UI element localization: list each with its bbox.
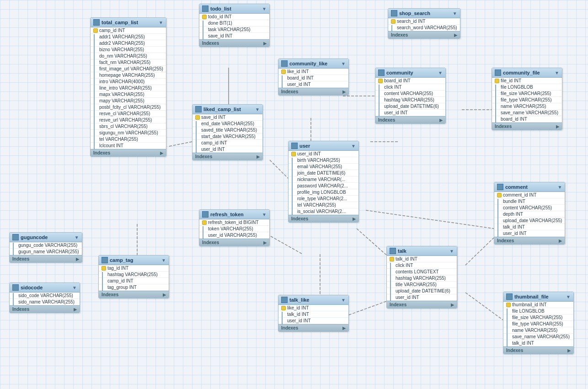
table-header-comment[interactable]: comment▼ (494, 182, 565, 192)
table-name-shop_search: shop_search (399, 11, 430, 16)
field-text: save_name VARCHAR(255) (501, 110, 558, 115)
table-header-guguncode[interactable]: guguncode▼ (10, 233, 82, 242)
indexes-bar-guguncode[interactable]: Indexes▶ (10, 255, 82, 262)
svg-line-3 (270, 160, 288, 178)
field-text: click INT (396, 263, 413, 268)
table-header-talk[interactable]: talk▼ (387, 246, 457, 256)
expand-btn-liked_camp_list[interactable]: ▼ (255, 107, 260, 112)
field-text: thumbnail_id INT (512, 302, 547, 307)
expand-btn-community_file[interactable]: ▼ (555, 70, 559, 75)
table-header-camp_tag[interactable]: camp_tag▼ (99, 256, 169, 265)
table-row: content VARCHAR(255) (375, 91, 445, 97)
expand-btn-todo_list[interactable]: ▼ (262, 6, 267, 11)
indexes-bar-talk_like[interactable]: Indexes▶ (278, 324, 348, 331)
table-name-total_camp_list: total_camp_list (102, 20, 138, 25)
indexes-bar-thumbnail_file[interactable]: Indexes▶ (503, 346, 573, 354)
indexes-bar-refresh_token[interactable]: Indexes▶ (199, 239, 269, 246)
indexes-bar-community[interactable]: Indexes▶ (375, 116, 445, 123)
table-row: lclcount INT (91, 143, 166, 149)
expand-btn-community[interactable]: ▼ (438, 70, 443, 75)
key-icon (195, 115, 200, 120)
field-text: search_id INT (397, 19, 425, 24)
table-row: talk_id INT (503, 340, 573, 346)
indexes-bar-talk[interactable]: Indexes▶ (387, 301, 457, 308)
table-row: upload_date DATETIME(6) (387, 288, 457, 294)
key-icon (506, 303, 511, 307)
expand-btn-guguncode[interactable]: ▼ (75, 235, 79, 240)
diamond-icon (102, 272, 103, 278)
expand-btn-community_like[interactable]: ▼ (341, 61, 346, 66)
table-row: homepage VARCHAR(255) (91, 72, 166, 79)
indexes-label: Indexes (291, 216, 308, 221)
key-icon (281, 69, 286, 74)
table-row: tag_group INT (99, 284, 169, 291)
indexes-bar-liked_camp_list[interactable]: Indexes▶ (192, 153, 262, 160)
indexes-bar-sidocode[interactable]: Indexes▶ (10, 305, 80, 313)
diamond-icon (507, 341, 508, 347)
indexes-bar-community_like[interactable]: Indexes▶ (278, 88, 348, 95)
table-header-sidocode[interactable]: sidocode▼ (10, 283, 80, 293)
diamond-icon (94, 60, 95, 66)
table-header-community[interactable]: community▼ (375, 68, 445, 78)
table-header-refresh_token[interactable]: refresh_token▼ (199, 210, 269, 219)
indexes-bar-comment[interactable]: Indexes▶ (494, 237, 565, 244)
expand-btn-shop_search[interactable]: ▼ (453, 11, 457, 16)
indexes-bar-community_file[interactable]: Indexes▶ (492, 123, 562, 130)
table-name-thumbnail_file: thumbnail_file (514, 294, 549, 299)
field-text: board_id INT (501, 117, 527, 122)
field-text: content VARCHAR(255) (503, 205, 552, 210)
field-text: user_id INT (503, 231, 527, 236)
table-row: birth VARCHAR(255) (289, 157, 358, 164)
diamond-icon (94, 137, 95, 143)
field-text: board_id INT (287, 75, 314, 80)
field-text: first_image_url VARCHAR(255) (99, 66, 163, 71)
expand-btn-comment[interactable]: ▼ (557, 185, 562, 190)
indexes-bar-shop_search[interactable]: Indexes▶ (388, 31, 460, 38)
table-header-total_camp_list[interactable]: total_camp_list▼ (91, 18, 166, 27)
expand-btn-talk[interactable]: ▼ (449, 249, 454, 254)
table-row: tag_id INT (99, 265, 169, 272)
diamond-icon (292, 177, 293, 183)
table-row: sido_name VARCHAR(255) (10, 299, 80, 305)
expand-btn-sidocode[interactable]: ▼ (72, 285, 77, 290)
field-text: file_type VARCHAR(255) (501, 97, 552, 102)
indexes-bar-total_camp_list[interactable]: Indexes▶ (91, 149, 166, 156)
expand-btn-thumbnail_file[interactable]: ▼ (566, 294, 571, 299)
diamond-icon (13, 249, 14, 256)
table-db-icon (281, 60, 288, 67)
expand-btn-refresh_token[interactable]: ▼ (262, 212, 267, 217)
field-text: file_size VARCHAR(255) (501, 91, 551, 96)
field-text: faclt_nm VARCHAR(255) (99, 60, 150, 65)
table-header-talk_like[interactable]: talk_like▼ (278, 295, 348, 305)
table-row: intro VARCHAR(4000) (91, 79, 166, 85)
key-icon (390, 257, 394, 261)
indexes-label: Indexes (378, 117, 395, 123)
field-text: talk_id INT (287, 312, 309, 317)
indexes-bar-user[interactable]: Indexes▶ (289, 215, 358, 222)
field-text: line_intro VARCHAR(255) (99, 85, 152, 91)
table-row: content VARCHAR(255) (494, 205, 565, 211)
table-header-thumbnail_file[interactable]: thumbnail_file▼ (503, 292, 573, 302)
field-text: click INT (384, 85, 401, 90)
expand-btn-talk_like[interactable]: ▼ (341, 298, 346, 303)
expand-btn-user[interactable]: ▼ (351, 144, 356, 149)
table-row: hashtag VARCHAR(255) (375, 97, 445, 103)
table-liked_camp_list: liked_camp_list▼save_id INTend_date VARC… (192, 104, 263, 160)
field-text: upload_date DATETIME(6) (384, 104, 439, 109)
field-text: todo_id INT (208, 14, 232, 19)
expand-btn-camp_tag[interactable]: ▼ (161, 258, 166, 263)
table-header-todo_list[interactable]: todo_list▼ (199, 4, 269, 14)
table-community_like: community_like▼like_id INTboard_id INTus… (278, 59, 349, 96)
field-text: sido_code VARCHAR(255) (18, 293, 73, 298)
indexes-bar-camp_tag[interactable]: Indexes▶ (99, 291, 169, 298)
table-header-community_like[interactable]: community_like▼ (278, 59, 348, 69)
table-header-user[interactable]: user▼ (289, 141, 358, 151)
table-header-shop_search[interactable]: shop_search▼ (388, 9, 460, 18)
expand-btn-total_camp_list[interactable]: ▼ (159, 20, 163, 25)
table-header-liked_camp_list[interactable]: liked_camp_list▼ (192, 105, 262, 114)
indexes-bar-todo_list[interactable]: Indexes▶ (199, 39, 269, 47)
table-header-community_file[interactable]: community_file▼ (492, 68, 562, 78)
diamond-icon (379, 97, 380, 104)
diamond-icon (390, 269, 391, 276)
field-text: gugun_name VARCHAR(255) (18, 249, 79, 254)
